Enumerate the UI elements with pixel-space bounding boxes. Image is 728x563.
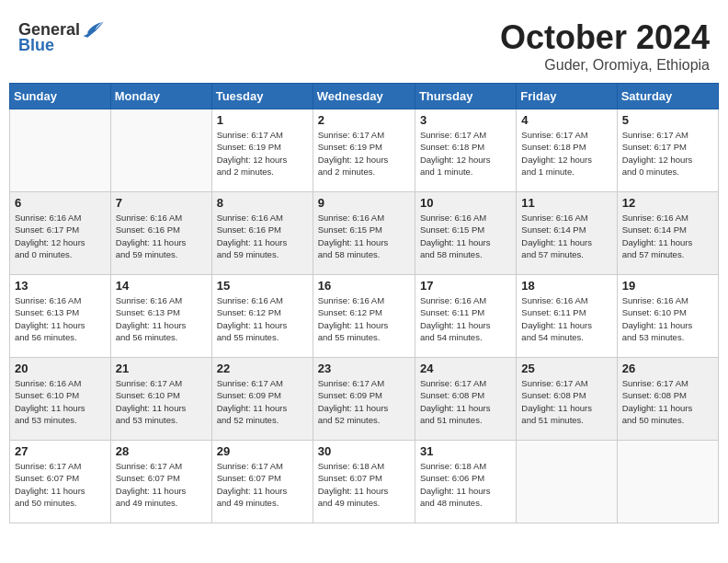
- calendar-cell: 6Sunrise: 6:16 AM Sunset: 6:17 PM Daylig…: [10, 192, 111, 275]
- week-row-3: 13Sunrise: 6:16 AM Sunset: 6:13 PM Dayli…: [10, 275, 719, 358]
- weekday-header-wednesday: Wednesday: [313, 84, 415, 109]
- calendar-cell: 12Sunrise: 6:16 AM Sunset: 6:14 PM Dayli…: [617, 192, 718, 275]
- calendar-cell: [517, 441, 617, 523]
- day-info: Sunrise: 6:16 AM Sunset: 6:16 PM Dayligh…: [116, 212, 207, 260]
- day-info: Sunrise: 6:16 AM Sunset: 6:14 PM Dayligh…: [622, 212, 713, 260]
- calendar-cell: 11Sunrise: 6:16 AM Sunset: 6:14 PM Dayli…: [517, 192, 617, 275]
- calendar-cell: 22Sunrise: 6:17 AM Sunset: 6:09 PM Dayli…: [211, 358, 313, 441]
- calendar-cell: 7Sunrise: 6:16 AM Sunset: 6:16 PM Daylig…: [110, 192, 211, 275]
- day-number: 14: [116, 279, 207, 293]
- weekday-header-sunday: Sunday: [10, 84, 111, 109]
- day-number: 28: [116, 444, 207, 458]
- week-row-1: 1Sunrise: 6:17 AM Sunset: 6:19 PM Daylig…: [10, 109, 719, 192]
- logo: General Blue: [18, 18, 104, 55]
- weekday-header-monday: Monday: [110, 84, 211, 109]
- day-info: Sunrise: 6:17 AM Sunset: 6:07 PM Dayligh…: [116, 460, 207, 509]
- day-number: 4: [521, 113, 611, 127]
- day-info: Sunrise: 6:16 AM Sunset: 6:11 PM Dayligh…: [420, 294, 511, 343]
- weekday-header-row: SundayMondayTuesdayWednesdayThursdayFrid…: [10, 84, 719, 109]
- day-number: 22: [217, 362, 308, 375]
- day-info: Sunrise: 6:16 AM Sunset: 6:10 PM Dayligh…: [622, 294, 713, 343]
- day-info: Sunrise: 6:17 AM Sunset: 6:10 PM Dayligh…: [116, 377, 207, 426]
- location-subtitle: Guder, Oromiya, Ethiopia: [500, 57, 710, 74]
- day-number: 18: [521, 279, 611, 293]
- calendar-cell: 24Sunrise: 6:17 AM Sunset: 6:08 PM Dayli…: [415, 358, 516, 441]
- calendar-cell: 10Sunrise: 6:16 AM Sunset: 6:15 PM Dayli…: [415, 192, 516, 275]
- day-number: 30: [318, 444, 410, 458]
- day-info: Sunrise: 6:17 AM Sunset: 6:18 PM Dayligh…: [420, 129, 511, 178]
- day-number: 25: [521, 362, 611, 375]
- day-number: 15: [217, 279, 308, 293]
- calendar-cell: 16Sunrise: 6:16 AM Sunset: 6:12 PM Dayli…: [313, 275, 415, 358]
- day-number: 20: [15, 362, 106, 375]
- day-number: 10: [420, 196, 511, 210]
- calendar-cell: 26Sunrise: 6:17 AM Sunset: 6:08 PM Dayli…: [617, 358, 718, 441]
- day-number: 9: [318, 196, 410, 210]
- title-section: October 2024 Guder, Oromiya, Ethiopia: [500, 18, 710, 74]
- day-number: 16: [318, 279, 410, 293]
- week-row-2: 6Sunrise: 6:16 AM Sunset: 6:17 PM Daylig…: [10, 192, 719, 275]
- week-row-5: 27Sunrise: 6:17 AM Sunset: 6:07 PM Dayli…: [10, 441, 719, 523]
- day-number: 31: [420, 444, 511, 458]
- day-info: Sunrise: 6:16 AM Sunset: 6:14 PM Dayligh…: [521, 212, 611, 260]
- logo-bird-icon: [82, 18, 104, 40]
- day-number: 27: [15, 444, 106, 458]
- day-number: 26: [622, 362, 713, 375]
- calendar-cell: [110, 109, 211, 192]
- day-info: Sunrise: 6:17 AM Sunset: 6:09 PM Dayligh…: [217, 377, 308, 426]
- day-info: Sunrise: 6:16 AM Sunset: 6:15 PM Dayligh…: [318, 212, 410, 260]
- calendar-cell: 19Sunrise: 6:16 AM Sunset: 6:10 PM Dayli…: [617, 275, 718, 358]
- calendar-cell: 9Sunrise: 6:16 AM Sunset: 6:15 PM Daylig…: [313, 192, 415, 275]
- calendar-cell: 15Sunrise: 6:16 AM Sunset: 6:12 PM Dayli…: [211, 275, 313, 358]
- calendar-cell: 3Sunrise: 6:17 AM Sunset: 6:18 PM Daylig…: [415, 109, 516, 192]
- calendar-cell: 23Sunrise: 6:17 AM Sunset: 6:09 PM Dayli…: [313, 358, 415, 441]
- day-info: Sunrise: 6:16 AM Sunset: 6:10 PM Dayligh…: [15, 377, 106, 426]
- day-info: Sunrise: 6:17 AM Sunset: 6:07 PM Dayligh…: [217, 460, 308, 509]
- week-row-4: 20Sunrise: 6:16 AM Sunset: 6:10 PM Dayli…: [10, 358, 719, 441]
- calendar-cell: 27Sunrise: 6:17 AM Sunset: 6:07 PM Dayli…: [10, 441, 111, 523]
- calendar-table: SundayMondayTuesdayWednesdayThursdayFrid…: [9, 83, 719, 523]
- weekday-header-friday: Friday: [517, 84, 617, 109]
- calendar-cell: 14Sunrise: 6:16 AM Sunset: 6:13 PM Dayli…: [110, 275, 211, 358]
- day-info: Sunrise: 6:17 AM Sunset: 6:08 PM Dayligh…: [420, 377, 511, 426]
- day-number: 5: [622, 113, 713, 127]
- day-number: 21: [116, 362, 207, 375]
- calendar-cell: 21Sunrise: 6:17 AM Sunset: 6:10 PM Dayli…: [110, 358, 211, 441]
- calendar-cell: 13Sunrise: 6:16 AM Sunset: 6:13 PM Dayli…: [10, 275, 111, 358]
- day-number: 3: [420, 113, 511, 127]
- day-number: 7: [116, 196, 207, 210]
- calendar-cell: 8Sunrise: 6:16 AM Sunset: 6:16 PM Daylig…: [211, 192, 313, 275]
- calendar-cell: 1Sunrise: 6:17 AM Sunset: 6:19 PM Daylig…: [211, 109, 313, 192]
- day-info: Sunrise: 6:16 AM Sunset: 6:17 PM Dayligh…: [15, 212, 106, 260]
- weekday-header-tuesday: Tuesday: [211, 84, 313, 109]
- day-info: Sunrise: 6:16 AM Sunset: 6:16 PM Dayligh…: [217, 212, 308, 260]
- day-number: 2: [318, 113, 410, 127]
- day-info: Sunrise: 6:16 AM Sunset: 6:11 PM Dayligh…: [521, 294, 611, 343]
- day-info: Sunrise: 6:17 AM Sunset: 6:17 PM Dayligh…: [622, 129, 713, 178]
- day-number: 12: [622, 196, 713, 210]
- calendar-cell: 4Sunrise: 6:17 AM Sunset: 6:18 PM Daylig…: [517, 109, 617, 192]
- day-info: Sunrise: 6:16 AM Sunset: 6:13 PM Dayligh…: [116, 294, 207, 343]
- calendar-cell: [617, 441, 718, 523]
- day-number: 11: [521, 196, 611, 210]
- calendar-cell: 20Sunrise: 6:16 AM Sunset: 6:10 PM Dayli…: [10, 358, 111, 441]
- day-info: Sunrise: 6:17 AM Sunset: 6:18 PM Dayligh…: [521, 129, 611, 178]
- logo-blue-text: Blue: [18, 36, 54, 55]
- day-info: Sunrise: 6:17 AM Sunset: 6:08 PM Dayligh…: [622, 377, 713, 426]
- weekday-header-saturday: Saturday: [617, 84, 718, 109]
- day-info: Sunrise: 6:16 AM Sunset: 6:15 PM Dayligh…: [420, 212, 511, 260]
- calendar-cell: 17Sunrise: 6:16 AM Sunset: 6:11 PM Dayli…: [415, 275, 516, 358]
- day-info: Sunrise: 6:18 AM Sunset: 6:06 PM Dayligh…: [420, 460, 511, 509]
- calendar-cell: 5Sunrise: 6:17 AM Sunset: 6:17 PM Daylig…: [617, 109, 718, 192]
- day-number: 8: [217, 196, 308, 210]
- day-number: 29: [217, 444, 308, 458]
- day-info: Sunrise: 6:18 AM Sunset: 6:07 PM Dayligh…: [318, 460, 410, 509]
- day-number: 19: [622, 279, 713, 293]
- day-info: Sunrise: 6:16 AM Sunset: 6:13 PM Dayligh…: [15, 294, 106, 343]
- calendar-cell: [10, 109, 111, 192]
- day-info: Sunrise: 6:17 AM Sunset: 6:07 PM Dayligh…: [15, 460, 106, 509]
- day-number: 17: [420, 279, 511, 293]
- day-number: 24: [420, 362, 511, 375]
- day-number: 23: [318, 362, 410, 375]
- calendar-cell: 30Sunrise: 6:18 AM Sunset: 6:07 PM Dayli…: [313, 441, 415, 523]
